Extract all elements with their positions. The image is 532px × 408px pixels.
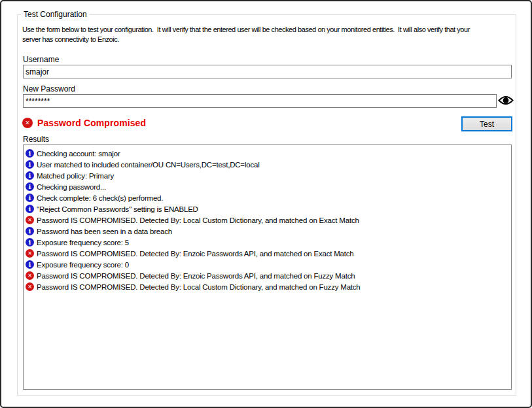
result-row[interactable]: ✕Password IS COMPROMISED. Detected By: L… xyxy=(24,281,511,292)
error-icon: ✕ xyxy=(26,249,34,258)
description-line-2: server has connectivity to Enzoic. xyxy=(22,35,514,44)
info-icon: i xyxy=(26,205,34,213)
result-row[interactable]: ✕Password IS COMPROMISED. Detected By: E… xyxy=(24,270,511,281)
result-text: Check complete: 6 check(s) performed. xyxy=(37,194,163,202)
result-row[interactable]: iMatched policy: Primary xyxy=(24,170,511,181)
result-row[interactable]: iChecking password... xyxy=(24,181,511,192)
status-text: Password Compromised xyxy=(37,118,146,128)
result-text: Checking account: smajor xyxy=(37,150,120,158)
results-label: Results xyxy=(23,135,49,144)
description-text: Use the form below to test your configur… xyxy=(22,25,514,44)
test-configuration-window: Test Configuration Use the form below to… xyxy=(0,0,532,408)
result-row[interactable]: i"Reject Common Passwords" setting is EN… xyxy=(24,203,511,214)
result-text: Matched policy: Primary xyxy=(37,172,114,180)
status-row: ✕ Password Compromised xyxy=(22,118,146,128)
groupbox-title: Test Configuration xyxy=(21,10,90,19)
info-icon: i xyxy=(26,260,34,269)
result-text: Password IS COMPROMISED. Detected By: En… xyxy=(37,250,354,258)
result-text: Password IS COMPROMISED. Detected By: En… xyxy=(37,272,355,280)
test-configuration-groupbox: Test Configuration Use the form below to… xyxy=(17,14,516,396)
info-icon: i xyxy=(26,182,34,191)
error-icon: ✕ xyxy=(26,282,34,291)
result-row[interactable]: iChecking account: smajor xyxy=(24,148,511,159)
username-input[interactable] xyxy=(23,65,512,78)
result-row[interactable]: ✕Password IS COMPROMISED. Detected By: E… xyxy=(24,248,511,259)
description-line-1: Use the form below to test your configur… xyxy=(22,25,514,35)
result-row[interactable]: iPassword has been seen in a data breach xyxy=(24,226,511,237)
info-icon: i xyxy=(26,149,34,158)
result-text: Password has been seen in a data breach xyxy=(37,228,172,235)
result-text: User matched to included container/OU CN… xyxy=(37,161,260,169)
info-icon: i xyxy=(26,238,34,246)
result-text: "Reject Common Passwords" setting is ENA… xyxy=(37,205,198,213)
reveal-password-button[interactable] xyxy=(497,94,514,107)
password-label: New Password xyxy=(23,84,75,94)
result-row[interactable]: iUser matched to included container/OU C… xyxy=(24,159,511,170)
username-label: Username xyxy=(23,55,59,64)
info-icon: i xyxy=(26,160,34,169)
eye-icon xyxy=(498,99,514,109)
test-button[interactable]: Test xyxy=(461,116,512,131)
info-icon: i xyxy=(26,227,34,235)
result-row[interactable]: iCheck complete: 6 check(s) performed. xyxy=(24,192,511,203)
error-icon: ✕ xyxy=(26,271,34,280)
result-text: Exposure frequency score: 5 xyxy=(37,239,129,246)
info-icon: i xyxy=(26,194,34,202)
error-icon: ✕ xyxy=(22,118,33,128)
result-text: Exposure frequency score: 0 xyxy=(37,261,129,269)
result-row[interactable]: iExposure frequency score: 0 xyxy=(24,259,511,270)
result-text: Password IS COMPROMISED. Detected By: Lo… xyxy=(37,216,359,224)
error-icon: ✕ xyxy=(26,216,34,224)
password-input[interactable] xyxy=(23,94,497,108)
info-icon: i xyxy=(26,171,34,180)
result-row[interactable]: ✕Password IS COMPROMISED. Detected By: L… xyxy=(24,214,511,226)
result-row[interactable]: iExposure frequency score: 5 xyxy=(24,237,511,248)
result-text: Password IS COMPROMISED. Detected By: Lo… xyxy=(37,283,361,291)
results-list[interactable]: iChecking account: smajoriUser matched t… xyxy=(23,144,512,390)
result-text: Checking password... xyxy=(37,183,106,191)
